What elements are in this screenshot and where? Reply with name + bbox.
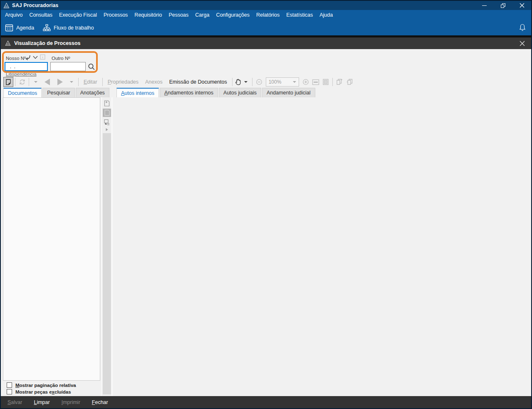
document-add-icon [104,100,110,107]
menu-arquivo[interactable]: Arquivo [2,10,26,20]
left-tab-group: DocumentosPesquisarAnotações [3,88,110,97]
restore-button[interactable] [494,1,512,10]
show-relative-pagination-label: Mostrar paginação relativa [15,383,76,388]
info-icon[interactable] [40,54,45,60]
minimize-icon [482,5,487,6]
salvar-button[interactable]: Salvar [3,397,26,407]
restore-icon [501,3,505,8]
tab-pesquisar[interactable]: Pesquisar [42,88,75,97]
menu-relatorios[interactable]: Relatórios [253,10,283,20]
inner-close-icon [520,41,525,46]
search-icon [87,63,96,71]
notifications-button[interactable] [519,23,526,33]
page-add-icon [336,79,343,86]
inner-window-header: Visualização de Processos [1,37,531,49]
imprimir-button[interactable]: Imprimir [57,397,84,407]
copy-page-button[interactable] [344,77,354,87]
new-page-button[interactable] [334,77,344,87]
menu-configuracoes[interactable]: Configurações [213,10,253,20]
zoom-in-button[interactable] [301,77,311,87]
workflow-label: Fluxo de trabalho [54,25,94,31]
strip-expand-button[interactable] [103,126,111,132]
next-dropdown-button[interactable] [67,77,77,87]
agenda-label: Agenda [16,25,34,31]
fit-page-button[interactable] [321,77,331,87]
bell-icon [519,23,526,32]
tab-andamento-judicial[interactable]: Andamento judicial [262,88,315,97]
documents-list-panel[interactable] [3,97,100,381]
tab-autos-internos[interactable]: Autos internos [116,88,159,97]
tab-anotacoes[interactable]: Anotações [76,88,109,97]
document-toolbar: Editar Propriedades Anexos Emissão de Do… [3,76,354,88]
pan-dropdown-icon [244,81,247,83]
title-bar: SAJ Procuradorias [1,1,531,10]
anexos-button[interactable]: Anexos [142,77,166,87]
return-arrow-icon[interactable] [25,55,31,60]
menu-carga[interactable]: Carga [192,10,213,20]
refresh-icon [19,79,26,85]
calendar-icon [5,24,13,32]
right-tab-group: Autos internosAndamentos internosAutos j… [116,88,316,97]
previous-icon [45,79,50,85]
menu-processos[interactable]: Processos [100,10,131,20]
close-button[interactable] [512,1,531,10]
previous-button[interactable] [41,77,54,87]
tab-andamentos-internos[interactable]: Andamentos internos [160,88,218,97]
emissao-documentos-button[interactable]: Emissão de Documentos [166,77,230,87]
menu-execucao-fiscal[interactable]: Execução Fiscal [56,10,100,20]
pan-tool-button[interactable] [234,77,250,87]
fit-width-button[interactable] [311,77,321,87]
zoom-out-button[interactable] [254,77,264,87]
checkbox-icon[interactable] [7,382,12,388]
jump-dropdown-button[interactable] [31,77,41,87]
outro-numero-input[interactable] [50,62,86,71]
document-viewer-area[interactable] [112,97,531,396]
menu-ajuda[interactable]: Ajuda [316,10,336,20]
checkbox-icon[interactable] [7,389,12,394]
window-title: SAJ Procuradorias [12,2,58,8]
propriedades-button[interactable]: Propriedades [104,77,142,87]
tab-autos-judiciais[interactable]: Autos judiciais [219,88,261,97]
next-button[interactable] [54,77,67,87]
page-blank-icon [104,109,110,116]
minimize-button[interactable] [475,1,494,10]
agenda-button[interactable]: Agenda [1,22,38,34]
limpar-button[interactable]: Limpar [30,397,54,407]
show-relative-pagination-option[interactable]: Mostrar paginação relativa [7,382,76,388]
outro-numero-label: Outro Nº [52,56,70,61]
app-window: SAJ Procuradorias Arquivo Consultas Exec… [0,0,532,409]
next-icon [57,79,63,85]
fit-page-icon [322,79,329,85]
inner-close-button[interactable] [516,38,528,48]
workflow-button[interactable]: Fluxo de trabalho [38,22,98,33]
menu-consultas[interactable]: Consultas [26,10,56,20]
refresh-button[interactable] [17,77,27,87]
footer-bar: Salvar Limpar Imprimir Fechar [1,396,531,408]
tab-documentos[interactable]: Documentos [3,88,42,97]
page-marker-toggle-button[interactable] [3,77,13,87]
quick-toolbar: Agenda Fluxo de trabalho [1,20,531,35]
editar-button[interactable]: Editar [80,77,101,87]
chevron-down-icon[interactable] [32,55,38,59]
hand-icon [235,78,242,86]
zoom-level-combobox[interactable]: 100% [266,77,299,87]
menu-estatisticas[interactable]: Estatísticas [283,10,316,20]
strip-track[interactable] [103,133,111,394]
dropdown-icon [70,81,73,83]
litispendencia-link[interactable]: Litispendência [6,72,37,77]
document-tree-icon [104,119,111,126]
inner-window-title: Visualização de Processos [14,40,81,46]
tabs-row: DocumentosPesquisarAnotações Autos inter… [1,88,531,97]
add-document-button[interactable] [103,99,111,107]
menu-pessoas[interactable]: Pessoas [165,10,192,20]
current-page-button[interactable] [103,109,111,117]
zoom-in-icon [302,79,309,85]
fechar-button[interactable]: Fechar [88,397,112,407]
show-excluded-parts-option[interactable]: Mostrar peças excluídas [7,389,71,394]
menu-requisitorio[interactable]: Requisitório [131,10,165,20]
tree-view-button[interactable] [103,118,111,126]
menu-bar: Arquivo Consultas Execução Fiscal Proces… [1,10,531,20]
page-copy-icon [346,79,353,86]
search-button[interactable] [87,62,96,72]
nosso-numero-input[interactable] [5,62,48,71]
